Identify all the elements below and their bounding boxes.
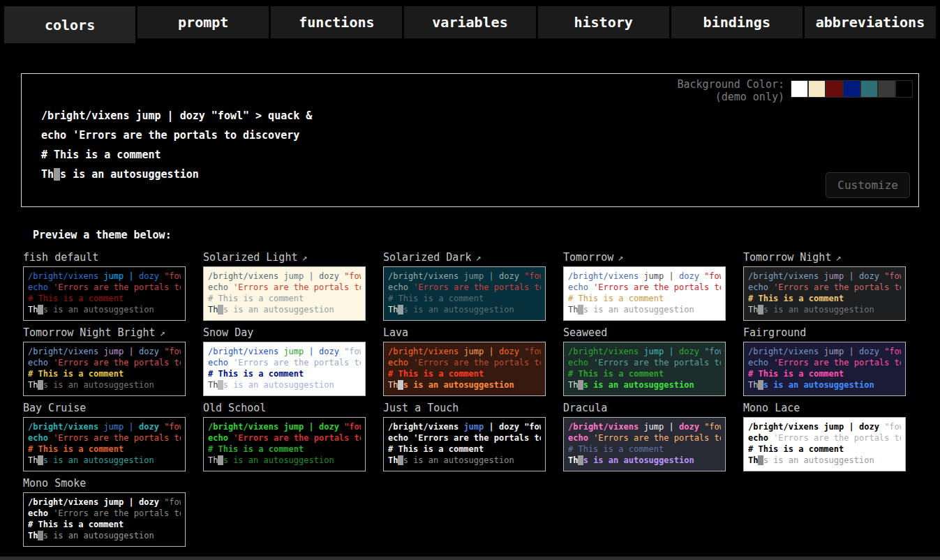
theme-card-dracula[interactable]: Dracula/bright/vixens jump | dozy "fowl"… (563, 400, 743, 471)
preview-cursor: i (398, 455, 403, 465)
theme-preview-line: # This is a comment (748, 368, 901, 379)
background-swatch-black[interactable] (895, 80, 913, 98)
theme-preview[interactable]: /bright/vixens jump | dozy "fowl" > quac… (563, 342, 726, 396)
theme-preview-line: This is an autosuggestion (748, 379, 901, 391)
customize-button[interactable]: Customize (826, 172, 910, 198)
theme-preview-line: /bright/vixens jump | dozy "fowl" > quac… (208, 346, 361, 357)
theme-card-old-school[interactable]: Old School/bright/vixens jump | dozy "fo… (203, 400, 383, 471)
background-swatch-navy[interactable] (843, 80, 860, 98)
preview-cursor: i (398, 305, 403, 315)
theme-card-tomorrow-night-bright[interactable]: Tomorrow Night Bright↗/bright/vixens jum… (23, 325, 203, 396)
theme-card-fish-default[interactable]: fish default/bright/vixens jump | dozy "… (23, 250, 203, 321)
theme-preview-line: /bright/vixens jump | dozy "fowl" > quac… (748, 271, 901, 282)
bottom-scrollbar[interactable] (0, 557, 940, 560)
preview-cursor: i (758, 455, 763, 465)
theme-preview[interactable]: /bright/vixens jump | dozy "fowl" > quac… (23, 342, 186, 396)
theme-preview-line: # This is a comment (388, 368, 541, 379)
theme-preview-line: # This is a comment (568, 293, 721, 304)
theme-preview[interactable]: /bright/vixens jump | dozy "fowl" > quac… (743, 417, 906, 471)
theme-card-solarized-dark[interactable]: Solarized Dark↗/bright/vixens jump | doz… (383, 250, 563, 321)
theme-preview-line: This is an autosuggestion (568, 379, 721, 391)
theme-preview-line: This is an autosuggestion (208, 304, 361, 315)
background-swatch-dark-red[interactable] (826, 80, 843, 98)
preview-cursor: i (38, 380, 43, 390)
theme-card-tomorrow-night[interactable]: Tomorrow Night↗/bright/vixens jump | doz… (743, 250, 923, 321)
theme-preview-line: /bright/vixens jump | dozy "fowl" > quac… (28, 346, 181, 357)
theme-preview-line: # This is a comment (208, 444, 361, 455)
theme-card-seaweed[interactable]: Seaweed/bright/vixens jump | dozy "fowl"… (563, 325, 743, 396)
tab-abbreviations[interactable]: abbreviations (805, 6, 936, 38)
background-color-control: Background Color: (demo only) (677, 78, 913, 103)
theme-preview[interactable]: /bright/vixens jump | dozy "fowl" > quac… (383, 417, 546, 471)
tab-history[interactable]: history (538, 6, 669, 38)
theme-name: Just a Touch (383, 400, 563, 416)
theme-card-mono-lace[interactable]: Mono Lace/bright/vixens jump | dozy "fow… (743, 400, 923, 471)
background-swatch-dark-gray[interactable] (878, 80, 895, 98)
theme-preview-line: /bright/vixens jump | dozy "fowl" > quac… (388, 346, 541, 357)
tab-variables[interactable]: variables (404, 6, 535, 38)
theme-preview[interactable]: /bright/vixens jump | dozy "fowl" > quac… (743, 266, 906, 321)
preview-cursor: i (218, 455, 223, 465)
theme-name: Snow Day (203, 325, 383, 340)
theme-preview[interactable]: /bright/vixens jump | dozy "fowl" > quac… (743, 342, 906, 396)
theme-preview-line: /bright/vixens jump | dozy "fowl" > quac… (748, 346, 901, 357)
background-demo-only-label: (demo only) (677, 91, 784, 103)
theme-preview-line: echo 'Errors are the portals to discover… (388, 282, 541, 293)
preview-cursor: i (218, 380, 223, 390)
tab-prompt[interactable]: prompt (137, 6, 269, 38)
theme-preview-line: # This is a comment (748, 293, 901, 304)
theme-preview-line: /bright/vixens jump | dozy "fowl" > quac… (388, 271, 541, 282)
theme-name: Tomorrow↗ (563, 250, 743, 265)
theme-preview[interactable]: /bright/vixens jump | dozy "fowl" > quac… (383, 266, 546, 321)
theme-card-fairground[interactable]: Fairground/bright/vixens jump | dozy "fo… (743, 325, 923, 396)
demo-terminal-text: /bright/vixens jump | dozy "fowl" > quac… (41, 106, 312, 184)
demo-panel: /bright/vixens jump | dozy "fowl" > quac… (21, 73, 919, 207)
theme-card-mono-smoke[interactable]: Mono Smoke/bright/vixens jump | dozy "fo… (23, 476, 203, 547)
background-color-label: Background Color: (677, 78, 784, 91)
theme-preview[interactable]: /bright/vixens jump | dozy "fowl" > quac… (203, 342, 366, 396)
theme-preview-line: This is an autosuggestion (388, 455, 541, 466)
theme-preview[interactable]: /bright/vixens jump | dozy "fowl" > quac… (23, 417, 186, 471)
background-swatch-cream[interactable] (808, 80, 826, 98)
theme-preview-line: This is an autosuggestion (208, 379, 361, 391)
theme-preview-line: /bright/vixens jump | dozy "fowl" > quac… (388, 421, 541, 432)
background-swatch-white[interactable] (791, 80, 808, 98)
theme-card-solarized-light[interactable]: Solarized Light↗/bright/vixens jump | do… (203, 250, 383, 321)
theme-preview-line: /bright/vixens jump | dozy "fowl" > quac… (748, 421, 901, 432)
theme-preview-line: echo 'Errors are the portals to discover… (388, 432, 541, 444)
theme-card-tomorrow[interactable]: Tomorrow↗/bright/vixens jump | dozy "fow… (563, 250, 743, 321)
theme-preview-line: echo 'Errors are the portals to discover… (28, 508, 181, 519)
theme-card-lava[interactable]: Lava/bright/vixens jump | dozy "fowl" > … (383, 325, 563, 396)
theme-preview[interactable]: /bright/vixens jump | dozy "fowl" > quac… (203, 266, 366, 321)
preview-cursor: i (38, 305, 43, 315)
theme-preview-line: echo 'Errors are the portals to discover… (748, 357, 901, 368)
theme-preview[interactable]: /bright/vixens jump | dozy "fowl" > quac… (23, 266, 186, 321)
theme-preview-line: # This is a comment (748, 444, 901, 455)
theme-preview-line: # This is a comment (28, 519, 181, 530)
theme-preview-line: echo 'Errors are the portals to discover… (748, 282, 901, 293)
background-color-labels: Background Color: (demo only) (677, 78, 784, 103)
theme-preview-line: # This is a comment (208, 293, 361, 304)
tab-colors[interactable]: colors (4, 6, 135, 43)
theme-name: Old School (203, 400, 383, 416)
theme-card-bay-cruise[interactable]: Bay Cruise/bright/vixens jump | dozy "fo… (23, 400, 203, 471)
theme-preview-line: This is an autosuggestion (28, 455, 181, 466)
theme-preview-line: This is an autosuggestion (28, 304, 181, 315)
theme-preview[interactable]: /bright/vixens jump | dozy "fowl" > quac… (563, 266, 726, 321)
theme-card-just-a-touch[interactable]: Just a Touch/bright/vixens jump | dozy "… (383, 400, 563, 471)
theme-preview[interactable]: /bright/vixens jump | dozy "fowl" > quac… (203, 417, 366, 471)
theme-preview-line: echo 'Errors are the portals to discover… (748, 432, 901, 444)
tab-functions[interactable]: functions (271, 6, 402, 38)
theme-preview-line: echo 'Errors are the portals to discover… (388, 357, 541, 368)
theme-preview[interactable]: /bright/vixens jump | dozy "fowl" > quac… (23, 492, 186, 547)
theme-preview-line: echo 'Errors are the portals to discover… (28, 432, 181, 444)
theme-preview[interactable]: /bright/vixens jump | dozy "fowl" > quac… (563, 417, 726, 471)
theme-name: Mono Lace (743, 400, 923, 416)
theme-preview-line: This is an autosuggestion (28, 530, 181, 541)
theme-name: Solarized Dark↗ (383, 250, 563, 265)
theme-preview[interactable]: /bright/vixens jump | dozy "fowl" > quac… (383, 342, 546, 396)
tab-bindings[interactable]: bindings (671, 6, 803, 38)
theme-card-snow-day[interactable]: Snow Day/bright/vixens jump | dozy "fowl… (203, 325, 383, 396)
theme-name: Dracula (563, 400, 743, 416)
background-swatch-teal[interactable] (860, 80, 878, 98)
